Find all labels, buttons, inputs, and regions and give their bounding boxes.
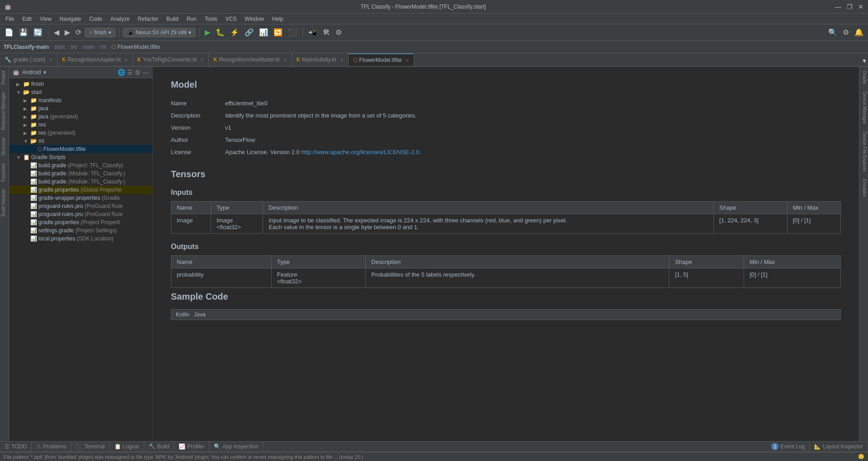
avd-button[interactable]: 📲 — [307, 27, 319, 38]
menu-help[interactable]: Help — [269, 15, 287, 23]
tree-item-java-gen[interactable]: ▶ 📁 java (generated) — [9, 113, 152, 121]
panel-layout-btn[interactable]: ☰ — [127, 69, 133, 76]
settings2-button[interactable]: ⚙ — [841, 27, 851, 38]
panel-scope-btn[interactable]: 🌐 — [118, 69, 125, 76]
menu-edit[interactable]: Edit — [19, 15, 35, 23]
strip-build-variants[interactable]: Build Variants — [0, 185, 9, 220]
close-button[interactable]: ✕ — [858, 3, 863, 10]
bottom-tab-logcat[interactable]: 📋 Logcat — [110, 441, 144, 452]
panel-collapse-btn[interactable]: — — [142, 69, 149, 76]
bottom-tab-event-log[interactable]: 2 Event Log — [767, 441, 810, 452]
panel-header-right[interactable]: 🌐 ☰ ⚙ — — [118, 69, 149, 76]
more-tabs-button[interactable]: ▾ — [861, 56, 868, 66]
tree-item-ml[interactable]: ▼ 📂 ml — [9, 137, 152, 145]
tab-yuv-close[interactable]: ✕ — [200, 57, 204, 62]
breadcrumb-root[interactable]: TFLClassify-main — [4, 44, 49, 50]
title-bar-controls[interactable]: — ❐ ✕ — [835, 3, 863, 10]
tab-recognition-adapter-close[interactable]: ✕ — [124, 57, 128, 62]
menu-tools[interactable]: Tools — [201, 15, 221, 23]
forward-button[interactable]: ▶ — [63, 27, 72, 38]
strip-project[interactable]: Project — [0, 67, 9, 88]
tree-item-proguard1[interactable]: 📊 proguard-rules.pro (ProGuard Rule — [9, 202, 152, 210]
tab-flower-model-close[interactable]: ✕ — [406, 58, 409, 63]
settings-button[interactable]: ⚙ — [334, 27, 344, 38]
tree-item-build-gradle-module1[interactable]: 📊 build.gradle (Module: TFL_Classify.) — [9, 169, 152, 178]
tree-item-gradle-props-global[interactable]: 📊 gradle.properties (Global Propertie — [9, 186, 152, 194]
tree-item-gradle-wrapper[interactable]: 📊 gradle-wrapper.properties (Gradle — [9, 194, 152, 202]
tree-item-build-gradle-module2[interactable]: 📊 build.gradle (Module: TFL_Classify.) — [9, 178, 152, 186]
license-link[interactable]: http://www.apache.org/licenses/LICENSE-2… — [301, 149, 419, 155]
menu-refactor[interactable]: Refactor — [134, 15, 162, 23]
sync-button[interactable]: 🔄 — [32, 27, 44, 38]
bottom-tab-terminal[interactable]: ⬛ Terminal — [71, 441, 109, 452]
sdk-button[interactable]: 🛠 — [321, 28, 332, 38]
tree-item-flower-model[interactable]: ⬡ FlowerModel.tflite — [9, 145, 152, 153]
breadcrumb-ml[interactable]: ml — [100, 44, 106, 50]
menu-view[interactable]: View — [36, 15, 55, 23]
search-everywhere-button[interactable]: 🔍 — [826, 27, 839, 38]
menu-code[interactable]: Code — [85, 15, 106, 23]
run-button[interactable]: ▶ — [203, 27, 212, 38]
tree-item-java[interactable]: ▶ 📁 java — [9, 104, 152, 113]
tab-gradle[interactable]: 🔧 gradle (:start) ✕ — [0, 53, 57, 66]
debug-button[interactable]: 🐛 — [214, 27, 226, 38]
tree-item-gradle-scripts[interactable]: ▼ 📋 Gradle Scripts — [9, 153, 152, 161]
tree-item-manifests[interactable]: ▶ 📁 manifests — [9, 96, 152, 104]
tab-gradle-close[interactable]: ✕ — [49, 57, 52, 62]
tree-item-res[interactable]: ▶ 📁 res — [9, 121, 152, 129]
attach-button[interactable]: 🔗 — [243, 27, 255, 38]
menu-navigate[interactable]: Navigate — [56, 15, 85, 23]
bottom-tab-profiler[interactable]: 📈 Profiler — [174, 441, 209, 452]
tree-item-build-gradle-project[interactable]: 📊 build.gradle (Project: TFL_Classify) — [9, 161, 152, 169]
maximize-button[interactable]: ❐ — [847, 3, 853, 10]
menu-build[interactable]: Build — [163, 15, 182, 23]
breadcrumb-main[interactable]: main — [83, 44, 94, 50]
tree-item-local-properties[interactable]: 📊 local.properties (SDK Location) — [9, 235, 152, 243]
bottom-tab-todo[interactable]: ☰ TODO — [0, 441, 32, 452]
panel-gear-btn[interactable]: ⚙ — [135, 69, 141, 76]
tree-item-settings-gradle[interactable]: 📊 settings.gradle (Project Settings) — [9, 226, 152, 235]
strip-structure[interactable]: Structure — [0, 134, 9, 160]
bottom-tab-app-inspection[interactable]: 🔍 App Inspection — [209, 441, 263, 452]
tab-main-activity[interactable]: K MainActivity.kt ✕ — [292, 53, 349, 66]
strip-favorites[interactable]: Favorites — [0, 160, 9, 185]
menu-vcs[interactable]: VCS — [222, 15, 241, 23]
notifications-button[interactable]: 🔔 — [853, 27, 865, 38]
sample-tab-kotlin[interactable]: Kotlin — [176, 311, 189, 318]
stop-button[interactable]: ⬛ — [286, 27, 299, 38]
strip-device-manager[interactable]: Device Manager — [859, 88, 868, 128]
strip-device-file-explorer[interactable]: Device File Explorer — [859, 128, 868, 175]
tree-item-finish[interactable]: ▶ 📁 finish — [9, 80, 152, 88]
device-selector[interactable]: 📱 Nexus 5X API 29 x86 ▾ — [123, 28, 195, 37]
menu-run[interactable]: Run — [183, 15, 200, 23]
tab-recognition-viewmodel[interactable]: K RecognitionViewModel.kt ✕ — [209, 53, 292, 66]
breadcrumb-start[interactable]: start — [54, 44, 65, 50]
strip-resource-manager[interactable]: Resource Manager — [0, 88, 9, 134]
tab-recognition-adapter[interactable]: K RecognitionAdapter.kt ✕ — [57, 53, 132, 66]
tab-flower-model[interactable]: ⬡ FlowerModel.tflite ✕ — [349, 53, 414, 66]
back-button[interactable]: ◀ — [52, 27, 61, 38]
tree-item-gradle-props-project[interactable]: 📊 gradle.properties (Project Properti — [9, 218, 152, 226]
recent-button[interactable]: ⟳ — [74, 27, 83, 38]
sample-code-tabs[interactable]: Kotlin Java — [171, 309, 841, 320]
profile-button[interactable]: ⚡ — [228, 27, 241, 38]
tree-item-res-gen[interactable]: ▶ 📁 res (generated) — [9, 129, 152, 137]
save-button[interactable]: 💾 — [17, 27, 30, 38]
new-file-button[interactable]: 📄 — [3, 27, 15, 38]
menu-analyze[interactable]: Analyze — [107, 15, 133, 23]
tab-recognition-viewmodel-close[interactable]: ✕ — [283, 57, 287, 62]
reload-button[interactable]: 🔁 — [272, 27, 284, 38]
breadcrumb-src[interactable]: src — [70, 44, 77, 50]
tree-item-proguard2[interactable]: 📊 proguard-rules.pro (ProGuard Rule — [9, 210, 152, 218]
strip-emulator[interactable]: Emulator — [859, 175, 868, 201]
minimize-button[interactable]: — — [835, 3, 841, 10]
menu-window[interactable]: Window — [241, 15, 268, 23]
branch-selector[interactable]: ⑂ finish ▾ — [85, 28, 115, 37]
bottom-tab-layout-inspector[interactable]: 📐 Layout Inspector — [810, 441, 868, 452]
strip-gradle[interactable]: Gradle — [859, 67, 868, 88]
coverage-button[interactable]: 📊 — [257, 27, 270, 38]
tab-yuv[interactable]: K YuvToRgbConverter.kt ✕ — [133, 53, 209, 66]
bottom-tab-build[interactable]: 🔨 Build — [144, 441, 175, 452]
tab-main-activity-close[interactable]: ✕ — [340, 57, 344, 62]
menu-file[interactable]: File — [2, 15, 18, 23]
